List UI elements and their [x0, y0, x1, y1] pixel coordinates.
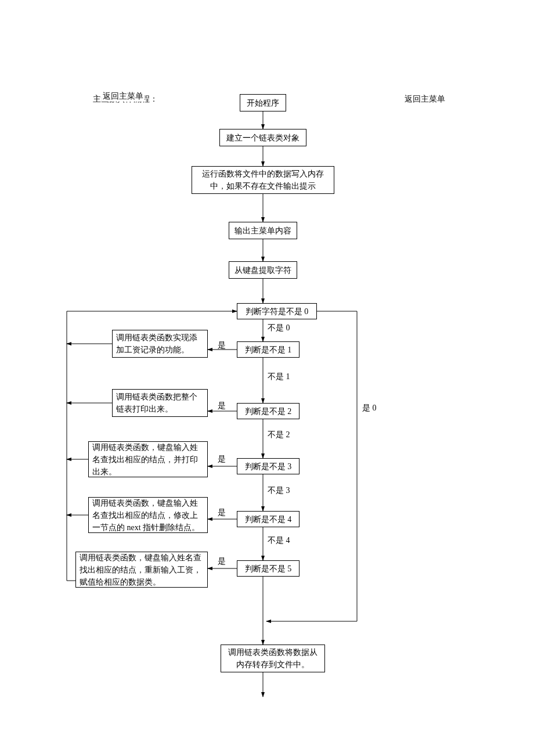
menu-box: 输出主菜单内容 [229, 222, 297, 239]
yes2-label: 是 [217, 401, 227, 411]
is0-label: 是 0 [361, 403, 378, 413]
yes1-label: 是 [217, 340, 227, 351]
not0-label: 不是 0 [266, 323, 291, 333]
input-box: 从键盘提取字符 [229, 261, 297, 279]
action1-box: 调用链表类函数实现添加工资记录的功能。 [112, 330, 208, 358]
return-menu-label-1: 返回主菜单 [102, 91, 145, 102]
save-box: 调用链表类函数将数据从内存转存到文件中。 [221, 645, 325, 672]
yes5-label: 是 [217, 556, 227, 567]
yes4-label: 是 [217, 507, 227, 518]
load-box: 运行函数将文件中的数据写入内存中，如果不存在文件输出提示 [192, 166, 334, 194]
return-menu-label-2: 返回主菜单 [403, 94, 446, 105]
yes3-label: 是 [217, 454, 227, 465]
check4-box: 判断是不是 4 [237, 511, 300, 527]
action2-box: 调用链表类函数把整个链表打印出来。 [112, 389, 208, 417]
action4-box: 调用链表类函数，键盘输入姓名查找出相应的结点，修改上一节点的 next 指针删除… [88, 497, 208, 533]
not2-label: 不是 2 [266, 430, 291, 440]
not4-label: 不是 4 [266, 535, 291, 546]
create-box: 建立一个链表类对象 [219, 129, 306, 146]
check3-box: 判断是不是 3 [237, 458, 300, 474]
not3-label: 不是 3 [266, 485, 291, 496]
action3-box: 调用链表类函数，键盘输入姓名查找出相应的结点，并打印出来。 [88, 441, 208, 477]
check1-box: 判断是不是 1 [237, 341, 300, 358]
action5-box: 调用链表类函数，键盘输入姓名查找出相应的结点，重新输入工资，赋值给相应的数据类。 [75, 552, 208, 588]
check5-box: 判断是不是 5 [237, 560, 300, 577]
not1-label: 不是 1 [266, 372, 291, 382]
start-box: 开始程序 [240, 94, 286, 111]
check0-box: 判断字符是不是 0 [237, 303, 317, 319]
check2-box: 判断是不是 2 [237, 403, 300, 419]
